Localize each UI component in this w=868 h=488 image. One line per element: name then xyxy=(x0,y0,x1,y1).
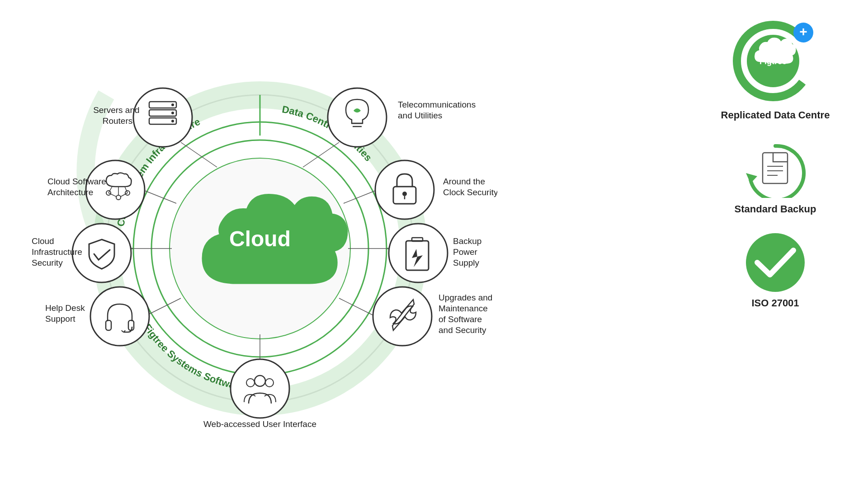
svg-point-40 xyxy=(375,160,434,219)
svg-rect-71 xyxy=(763,153,788,183)
backup-svg xyxy=(739,139,811,198)
svg-line-14 xyxy=(142,190,176,203)
iso-badge xyxy=(746,233,805,292)
svg-point-42 xyxy=(402,192,407,196)
svg-line-19 xyxy=(339,298,375,316)
svg-point-31 xyxy=(86,160,145,219)
diagram-container: Cloud System Infrastructure Data Centre … xyxy=(23,9,497,479)
svg-text:Web-accessed User Interface: Web-accessed User Interface xyxy=(203,419,316,429)
iso-label: ISO 27001 xyxy=(751,297,799,309)
svg-point-45 xyxy=(389,224,448,282)
iso-item: ISO 27001 xyxy=(746,233,805,309)
svg-point-28 xyxy=(328,88,387,147)
svg-text:Cloud: Cloud xyxy=(229,227,291,251)
replicated-data-centre-item: + Figtree Replicated Data Centre xyxy=(721,14,830,121)
svg-point-51 xyxy=(373,287,432,346)
svg-text:Upgrades and
      Maintenance: Upgrades and Maintenance of Software and… xyxy=(439,293,495,335)
svg-point-48 xyxy=(90,287,149,346)
svg-text:Help Desk
      Support: Help Desk Support xyxy=(45,303,87,324)
svg-text:Backup
      Power
      Suppl: Backup Power Supply xyxy=(453,236,484,267)
svg-text:+: + xyxy=(799,24,807,39)
svg-point-23 xyxy=(171,103,174,106)
svg-point-25 xyxy=(171,112,174,114)
diagram-svg: Cloud System Infrastructure Data Centre … xyxy=(23,9,497,479)
svg-line-13 xyxy=(303,142,339,167)
svg-point-52 xyxy=(231,359,289,418)
backup-label: Standard Backup xyxy=(735,203,816,215)
iso-checkmark-svg xyxy=(753,242,798,283)
svg-line-12 xyxy=(181,142,217,167)
figtree-badge-svg: + Figtree xyxy=(730,14,821,104)
replicated-label: Replicated Data Centre xyxy=(721,109,830,121)
svg-point-27 xyxy=(171,120,174,122)
svg-text:Around the
      Clock Securit: Around the Clock Security xyxy=(443,177,497,197)
svg-marker-70 xyxy=(746,173,757,183)
right-panel: + Figtree Replicated Data Centre xyxy=(696,14,854,309)
svg-text:Figtree: Figtree xyxy=(760,57,787,66)
svg-text:Telecommunications
      and U: Telecommunications and Utilities xyxy=(398,100,478,120)
svg-line-15 xyxy=(344,190,377,203)
standard-backup-item: Standard Backup xyxy=(735,139,816,215)
svg-line-18 xyxy=(145,298,181,316)
